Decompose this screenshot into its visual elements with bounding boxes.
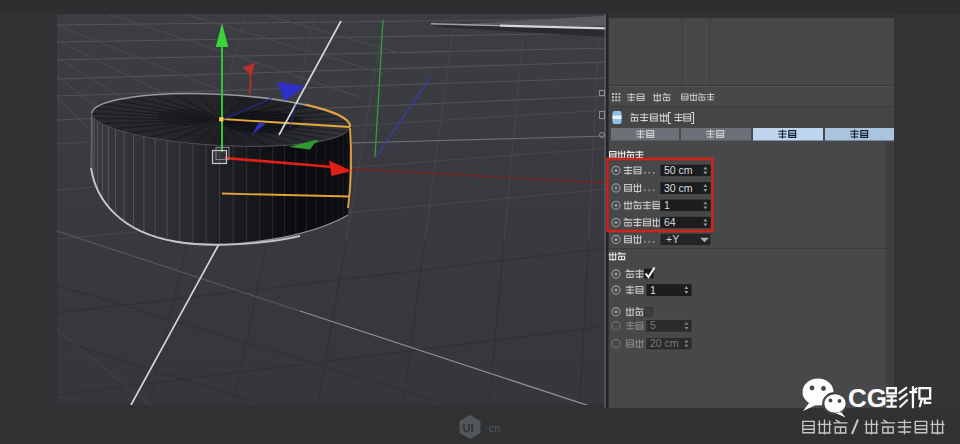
svg-text:CG: CG bbox=[848, 383, 887, 413]
svg-text:1: 1 bbox=[664, 199, 670, 211]
svg-text:UI: UI bbox=[463, 422, 474, 434]
svg-text:·cn: ·cn bbox=[485, 422, 500, 434]
svg-text:30 cm: 30 cm bbox=[664, 182, 693, 194]
svg-text:+Y: +Y bbox=[666, 233, 679, 245]
svg-text:50 cm: 50 cm bbox=[664, 164, 693, 176]
svg-text:20 cm: 20 cm bbox=[650, 337, 679, 349]
svg-text:1: 1 bbox=[650, 284, 656, 296]
svg-text:64: 64 bbox=[664, 216, 676, 228]
svg-text:5: 5 bbox=[650, 319, 656, 331]
